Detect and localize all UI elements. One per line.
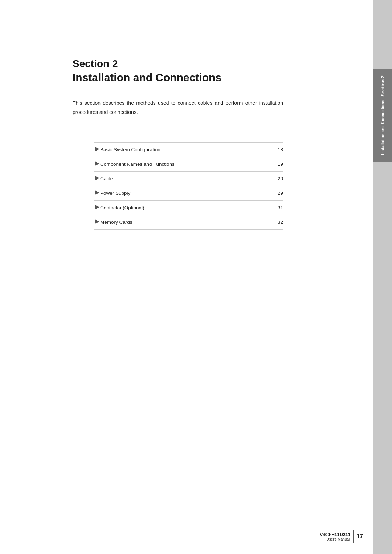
svg-marker-3: [95, 190, 99, 195]
toc-item: Power Supply29: [94, 186, 283, 201]
toc-item-page: 20: [274, 176, 283, 181]
section-description: This section describes the methods used …: [73, 99, 283, 117]
svg-marker-1: [95, 161, 99, 166]
sidebar-section-number: Section 2: [380, 75, 385, 97]
table-of-contents: Basic System Configuration18Component Na…: [94, 142, 283, 230]
triangle-icon: [94, 146, 100, 152]
toc-item-page: 31: [274, 205, 283, 210]
toc-item-label: Contactor (Optional): [100, 205, 274, 210]
footer-divider: [353, 530, 354, 543]
toc-item-page: 18: [274, 147, 283, 152]
footer: V400-H111/211 User's Manual 17: [320, 530, 363, 543]
toc-item-icon: [94, 204, 100, 211]
sidebar-title-vertical: Installation and Connections: [380, 100, 385, 155]
toc-item-icon: [94, 190, 100, 197]
toc-item-icon: [94, 146, 100, 153]
toc-item-page: 19: [274, 161, 283, 167]
footer-text-group: V400-H111/211 User's Manual: [320, 532, 353, 541]
toc-item-page: 32: [274, 219, 283, 225]
section-number: Section 2: [73, 58, 344, 70]
svg-marker-0: [95, 147, 99, 151]
svg-marker-5: [95, 219, 99, 224]
svg-marker-4: [95, 205, 99, 209]
toc-item-label: Basic System Configuration: [100, 147, 274, 152]
toc-item: Memory Cards32: [94, 215, 283, 230]
toc-item-page: 29: [274, 190, 283, 196]
section-heading: Section 2 Installation and Connections: [73, 58, 344, 84]
triangle-icon: [94, 190, 100, 196]
toc-item-icon: [94, 175, 100, 182]
toc-item: Cable20: [94, 172, 283, 186]
svg-marker-2: [95, 176, 99, 180]
toc-item-icon: [94, 161, 100, 168]
toc-item-label: Cable: [100, 176, 274, 181]
sidebar-active-section: Section 2 Installation and Connections: [373, 69, 392, 162]
triangle-icon: [94, 204, 100, 210]
triangle-icon: [94, 175, 100, 181]
toc-item-label: Memory Cards: [100, 219, 274, 225]
footer-model: V400-H111/211: [320, 532, 350, 537]
toc-item-label: Power Supply: [100, 190, 274, 196]
footer-manual: User's Manual: [320, 537, 350, 541]
triangle-icon: [94, 161, 100, 167]
toc-item: Contactor (Optional)31: [94, 201, 283, 215]
toc-item-icon: [94, 219, 100, 226]
footer-page-number: 17: [356, 533, 363, 540]
triangle-icon: [94, 219, 100, 225]
main-content: Section 2 Installation and Connections T…: [0, 0, 373, 554]
toc-item: Basic System Configuration18: [94, 142, 283, 157]
section-title: Installation and Connections: [73, 71, 344, 84]
toc-item-label: Component Names and Functions: [100, 161, 274, 167]
toc-item: Component Names and Functions19: [94, 157, 283, 172]
